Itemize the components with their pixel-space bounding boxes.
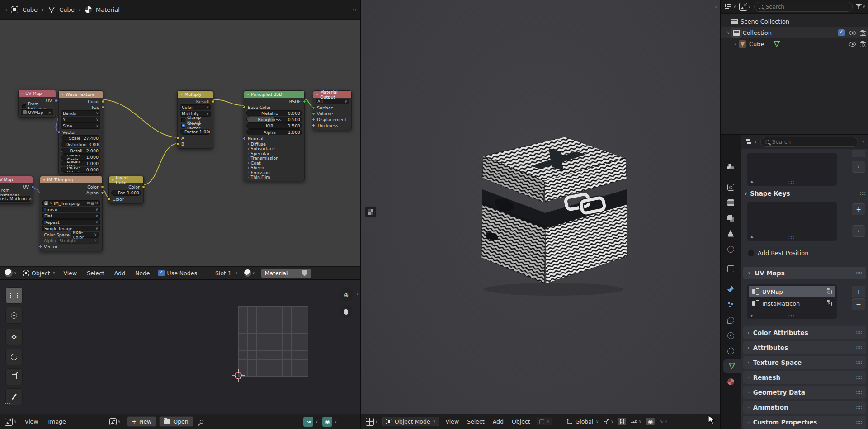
outliner-row-scene-collection[interactable]: Scene Collection <box>721 16 868 27</box>
node-param-row[interactable]: Scale27.400 <box>61 135 100 141</box>
shader-type-selector[interactable]: Object <box>23 270 56 277</box>
input-socket[interactable] <box>246 119 248 123</box>
node-image-texture[interactable]: IM_Trim.png Color Alpha IM_Trim.png⧉▤× L… <box>40 176 103 251</box>
surface-input-socket[interactable] <box>312 106 315 109</box>
uv-map-select[interactable]: UVMap× <box>21 109 53 115</box>
search-input[interactable] <box>766 4 848 10</box>
collapse-icon[interactable] <box>21 92 24 95</box>
tool-select-box[interactable] <box>5 287 23 304</box>
region-toggle-icon[interactable]: ‹ <box>5 7 7 13</box>
zoom-gizmo[interactable]: ⊕ <box>340 288 353 302</box>
region-toggle-icon[interactable]: ‹ <box>715 4 717 9</box>
active-render-camera-icon[interactable] <box>826 290 832 294</box>
add-uv-map-button[interactable]: + <box>852 286 865 297</box>
checkbox[interactable] <box>748 250 754 256</box>
panel-animation[interactable]: Animation <box>743 401 866 414</box>
tab-world[interactable] <box>721 242 741 256</box>
projection-select[interactable]: Flat <box>42 213 100 219</box>
tool-scale[interactable] <box>5 368 23 385</box>
input-socket[interactable] <box>246 113 248 116</box>
unlink-icon[interactable]: × <box>95 201 98 205</box>
checkbox-checked[interactable] <box>158 270 165 276</box>
pin-icon[interactable] <box>199 419 204 424</box>
menu-view[interactable]: View <box>61 269 79 278</box>
grip-icon[interactable] <box>860 191 865 196</box>
tool-rotate[interactable] <box>5 349 23 365</box>
region-toggle-icon[interactable]: ‹ <box>357 291 359 297</box>
selection-mode-icon[interactable] <box>5 403 10 408</box>
node-header[interactable]: UV Map <box>0 176 33 183</box>
normal-input-socket[interactable] <box>243 137 246 140</box>
factor-row[interactable]: Factor1.000 <box>180 129 211 135</box>
fac-row[interactable]: Fac1.000 <box>111 190 141 196</box>
grip-icon[interactable] <box>788 235 793 240</box>
input-socket[interactable] <box>61 170 61 173</box>
slot-selector[interactable]: Slot 1 <box>215 270 238 277</box>
bsdf-output-socket[interactable] <box>303 100 306 103</box>
material-browse[interactable] <box>244 269 255 277</box>
use-nodes-toggle[interactable]: Use Nodes <box>158 270 197 277</box>
menu-select[interactable]: Select <box>85 269 106 278</box>
collapse-icon[interactable] <box>180 93 183 96</box>
node-section[interactable]: Emission <box>246 170 302 175</box>
filter-dropdown[interactable] <box>856 4 865 9</box>
search-input[interactable] <box>772 139 854 145</box>
grip-icon[interactable] <box>856 375 862 380</box>
grip-icon[interactable] <box>856 360 862 365</box>
vertex-group-list[interactable] <box>747 153 837 186</box>
node-canvas[interactable]: UV Map UV From Instancer UVMap× Wave Tex… <box>0 20 360 266</box>
from-instancer-row[interactable]: From Instancer <box>21 104 53 109</box>
snap-target-dropdown[interactable] <box>603 419 613 425</box>
tool-settings-dropdown[interactable] <box>537 418 552 425</box>
color-space-row[interactable]: Color SpaceNon-Color <box>42 232 100 237</box>
input-socket[interactable] <box>61 151 62 154</box>
list-button-partial[interactable] <box>852 150 865 157</box>
node-uv-map[interactable]: UV Map UV From Instancer UVMap× <box>18 90 56 118</box>
proportional-edit-toggle[interactable]: ◉ <box>646 418 655 425</box>
selectable-checkbox[interactable] <box>838 29 845 36</box>
fake-user-shield-icon[interactable] <box>302 270 307 276</box>
uv-map-select[interactable]: InstaMatIcon× <box>0 196 30 202</box>
inactive-render-camera-icon[interactable] <box>826 302 832 306</box>
data-type-select[interactable]: Color <box>180 104 211 110</box>
node-material-output[interactable]: Material Output All Surface Volume Displ… <box>313 90 352 130</box>
panel-geometry-data[interactable]: Geometry Data <box>743 386 866 399</box>
viewport-3d[interactable]: ‹ Object Mode View Select Add Object Glo… <box>360 0 720 429</box>
node-section[interactable]: Coat <box>246 160 302 165</box>
properties-search[interactable] <box>760 137 858 147</box>
volume-input-socket[interactable] <box>312 112 315 115</box>
clamp-factor-row[interactable]: Clamp Factor <box>180 123 211 128</box>
node-param-row[interactable]: Distortion3.800 <box>61 141 100 147</box>
editor-type-selector[interactable] <box>5 269 17 277</box>
input-socket[interactable] <box>61 157 61 160</box>
panel-attributes[interactable]: Attributes <box>743 341 866 354</box>
uv-map-row[interactable]: InstaMatIcon <box>749 297 835 309</box>
checkbox-checked[interactable] <box>181 124 185 128</box>
tab-view-layer[interactable] <box>721 212 741 225</box>
editor-type-selector[interactable] <box>5 418 17 426</box>
input-socket[interactable] <box>246 132 248 135</box>
image-browse[interactable] <box>109 418 121 425</box>
node-header[interactable]: Wave Texture <box>59 91 103 98</box>
tool-annotate[interactable] <box>5 388 23 405</box>
tool-move[interactable]: ✥ <box>5 329 23 345</box>
grip-icon[interactable] <box>856 330 862 335</box>
fac-output-socket[interactable] <box>101 106 104 109</box>
region-toggle-icon[interactable]: ‹› <box>353 7 357 13</box>
menu-node[interactable]: Node <box>133 269 152 278</box>
node-section[interactable]: Diffuse <box>246 141 302 146</box>
open-image-button[interactable]: Open <box>159 416 193 427</box>
node-header[interactable]: Material Output <box>313 91 351 98</box>
eye-icon[interactable] <box>849 42 856 47</box>
tab-scene[interactable] <box>721 226 741 240</box>
expand-icon[interactable] <box>751 179 754 184</box>
proportional-edit-icon[interactable]: ◉ <box>322 417 332 427</box>
node-param-row[interactable]: Metallic0.000 <box>246 110 302 116</box>
menu-add[interactable]: Add <box>113 269 127 278</box>
collapse-icon[interactable] <box>112 178 114 182</box>
base-color-input-socket[interactable] <box>243 106 246 109</box>
tab-modifiers[interactable] <box>721 282 741 296</box>
wave-profile-select[interactable]: Sine <box>61 123 100 129</box>
menu-image[interactable]: Image <box>47 417 68 426</box>
vector-input-socket[interactable] <box>39 245 42 248</box>
